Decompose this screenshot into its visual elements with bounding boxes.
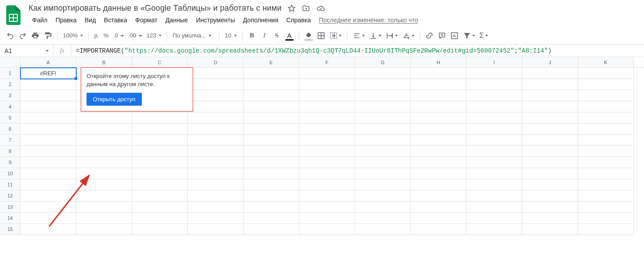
cell[interactable] <box>355 79 411 90</box>
cell[interactable] <box>578 135 634 146</box>
cell[interactable] <box>21 135 76 146</box>
cell[interactable] <box>522 157 578 168</box>
cell[interactable] <box>466 79 522 90</box>
cell[interactable] <box>21 146 76 157</box>
cell[interactable] <box>76 190 132 202</box>
horizontal-align-icon[interactable] <box>351 30 367 41</box>
cell[interactable] <box>466 157 522 168</box>
cell[interactable] <box>299 202 355 213</box>
cell[interactable] <box>411 146 466 157</box>
col-header[interactable]: K <box>578 57 634 67</box>
cell[interactable] <box>76 168 132 179</box>
cell[interactable] <box>244 146 299 157</box>
cell[interactable] <box>522 90 578 101</box>
cell[interactable] <box>132 190 188 202</box>
cell[interactable] <box>244 213 299 224</box>
cell[interactable] <box>355 112 411 124</box>
cell[interactable] <box>466 202 522 213</box>
cloud-status-icon[interactable] <box>316 4 325 12</box>
cell[interactable] <box>522 146 578 157</box>
cell[interactable] <box>578 68 634 79</box>
strikethrough-icon[interactable]: S <box>271 30 283 41</box>
cell[interactable] <box>578 146 634 157</box>
cell[interactable] <box>132 168 188 179</box>
cell[interactable] <box>411 101 466 112</box>
cell[interactable] <box>411 124 466 135</box>
cell[interactable] <box>21 79 76 90</box>
col-header[interactable]: E <box>244 57 299 67</box>
select-all-corner[interactable] <box>0 57 21 67</box>
cell[interactable] <box>522 68 578 79</box>
cell[interactable] <box>578 213 634 224</box>
cell[interactable] <box>522 124 578 135</box>
col-header[interactable]: G <box>355 57 411 67</box>
cell[interactable] <box>466 146 522 157</box>
cell[interactable] <box>411 135 466 146</box>
cell[interactable] <box>188 202 244 213</box>
cell[interactable] <box>522 179 578 190</box>
cell[interactable] <box>578 79 634 90</box>
cell[interactable] <box>188 146 244 157</box>
cell[interactable] <box>299 224 355 235</box>
cell[interactable] <box>188 213 244 224</box>
paint-format-icon[interactable] <box>42 30 54 41</box>
cell[interactable] <box>244 190 299 202</box>
percent-button[interactable]: % <box>102 32 111 39</box>
row-header[interactable]: 13 <box>0 202 21 213</box>
col-header[interactable]: F <box>299 57 355 67</box>
cell[interactable] <box>132 135 188 146</box>
cell[interactable] <box>244 179 299 190</box>
cell[interactable] <box>188 190 244 202</box>
insert-chart-icon[interactable] <box>449 30 460 41</box>
row-header[interactable]: 3 <box>0 90 21 101</box>
cell[interactable] <box>411 68 466 79</box>
row-header[interactable]: 11 <box>0 179 21 190</box>
star-icon[interactable] <box>288 4 296 12</box>
cell[interactable] <box>411 157 466 168</box>
cell[interactable] <box>522 190 578 202</box>
cell[interactable] <box>466 124 522 135</box>
cell[interactable] <box>299 213 355 224</box>
cell[interactable] <box>355 101 411 112</box>
cell[interactable] <box>188 90 244 101</box>
cell[interactable] <box>299 101 355 112</box>
menu-data[interactable]: Данные <box>162 15 192 25</box>
cell[interactable] <box>188 68 244 79</box>
cell[interactable] <box>244 68 299 79</box>
text-color-icon[interactable]: A <box>284 30 295 41</box>
row-header[interactable]: 10 <box>0 168 21 179</box>
cell[interactable] <box>411 79 466 90</box>
cell[interactable] <box>244 101 299 112</box>
col-header[interactable]: J <box>522 57 578 67</box>
allow-access-button[interactable]: Открыть доступ <box>87 93 142 106</box>
cell[interactable] <box>522 213 578 224</box>
cell[interactable] <box>244 202 299 213</box>
cell[interactable] <box>76 135 132 146</box>
cell[interactable] <box>466 90 522 101</box>
cell[interactable] <box>299 68 355 79</box>
cell[interactable] <box>522 202 578 213</box>
cell[interactable] <box>355 179 411 190</box>
merge-cells-icon[interactable] <box>328 30 343 41</box>
cell[interactable] <box>132 213 188 224</box>
row-header[interactable]: 6 <box>0 124 21 135</box>
cell[interactable] <box>21 213 76 224</box>
cell[interactable] <box>21 112 76 124</box>
cell[interactable] <box>355 146 411 157</box>
cell[interactable] <box>244 124 299 135</box>
cell[interactable] <box>522 101 578 112</box>
cell[interactable] <box>411 179 466 190</box>
cell[interactable] <box>76 157 132 168</box>
cell[interactable] <box>76 213 132 224</box>
cell[interactable] <box>355 68 411 79</box>
cell[interactable] <box>466 190 522 202</box>
menu-edit[interactable]: Правка <box>52 15 80 25</box>
row-header[interactable]: 2 <box>0 79 21 90</box>
cell[interactable] <box>21 168 76 179</box>
row-header[interactable]: 14 <box>0 213 21 224</box>
cell[interactable] <box>299 90 355 101</box>
cell[interactable] <box>188 157 244 168</box>
cell[interactable] <box>299 135 355 146</box>
cell[interactable] <box>466 224 522 235</box>
menu-file[interactable]: Файл <box>29 15 51 25</box>
